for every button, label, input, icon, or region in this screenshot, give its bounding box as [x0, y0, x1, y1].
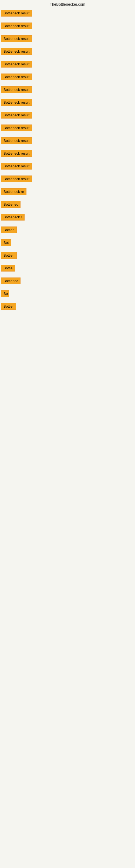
bottleneck-result-badge[interactable]: Bottleneck result — [1, 35, 32, 42]
list-item: Bottlenec — [0, 278, 135, 285]
list-item: Bottleneck result — [0, 48, 135, 56]
list-item: Bottleneck result — [0, 163, 135, 170]
bottleneck-result-badge[interactable]: Bottleneck result — [1, 10, 32, 17]
bottleneck-result-badge[interactable]: Bo — [1, 290, 9, 297]
list-item: Bo — [0, 290, 135, 298]
bottleneck-result-badge[interactable]: Bottleneck result — [1, 150, 32, 157]
list-item: Bottleneck result — [0, 176, 135, 183]
bottleneck-result-badge[interactable]: Bottlen — [1, 226, 17, 233]
list-item: Bottleneck result — [0, 99, 135, 107]
list-item: Bottleneck result — [0, 61, 135, 69]
list-item: Bottlen — [0, 226, 135, 235]
list-item: Bot — [0, 239, 135, 247]
list-item: Bottleneck result — [0, 150, 135, 158]
list-item: Bottleneck result — [0, 10, 135, 18]
list-item: Bottlen — [0, 252, 135, 260]
list-item: Bottleneck r — [0, 214, 135, 222]
list-item: Bottleneck result — [0, 112, 135, 120]
list-item: Bottleneck result — [0, 73, 135, 82]
bottleneck-result-badge[interactable]: Bottleneck re — [1, 188, 27, 195]
bottleneck-result-badge[interactable]: Bottleneck result — [1, 163, 32, 169]
list-item: Bottle — [0, 265, 135, 273]
list-item: Bottleneck re — [0, 188, 135, 196]
list-item: Bottleneck result — [0, 124, 135, 132]
bottleneck-result-badge[interactable]: Bottlenec — [1, 278, 20, 284]
bottleneck-result-badge[interactable]: Bottlenec — [1, 201, 20, 208]
bottleneck-result-badge[interactable]: Bottleneck result — [1, 86, 32, 93]
bottleneck-result-badge[interactable]: Bottlen — [1, 252, 17, 259]
bottleneck-result-badge[interactable]: Bottleneck result — [1, 137, 32, 144]
list-item: Bottlenec — [0, 201, 135, 209]
list-item: Bottleneck result — [0, 86, 135, 94]
list-item: Bottleneck result — [0, 35, 135, 43]
bottleneck-result-badge[interactable]: Bottleneck result — [1, 176, 32, 182]
bottleneck-result-badge[interactable]: Bottle — [1, 265, 15, 272]
list-item: Bottleneck result — [0, 23, 135, 30]
site-title: TheBottlenecker.com — [0, 0, 135, 10]
bottleneck-result-badge[interactable]: Bot — [1, 239, 11, 246]
bottleneck-result-badge[interactable]: Bottleneck result — [1, 73, 32, 80]
bottleneck-result-badge[interactable]: Bottleneck result — [1, 124, 32, 131]
bottleneck-result-badge[interactable]: Bottleneck result — [1, 61, 32, 67]
bottleneck-result-badge[interactable]: Bottler — [1, 303, 16, 310]
bottleneck-result-badge[interactable]: Bottleneck result — [1, 48, 32, 55]
bottleneck-result-badge[interactable]: Bottleneck r — [1, 214, 25, 220]
bottleneck-result-badge[interactable]: Bottleneck result — [1, 23, 32, 29]
list-item: Bottler — [0, 303, 135, 311]
bottleneck-result-badge[interactable]: Bottleneck result — [1, 99, 32, 106]
list-item: Bottleneck result — [0, 137, 135, 145]
bottleneck-result-badge[interactable]: Bottleneck result — [1, 112, 32, 119]
